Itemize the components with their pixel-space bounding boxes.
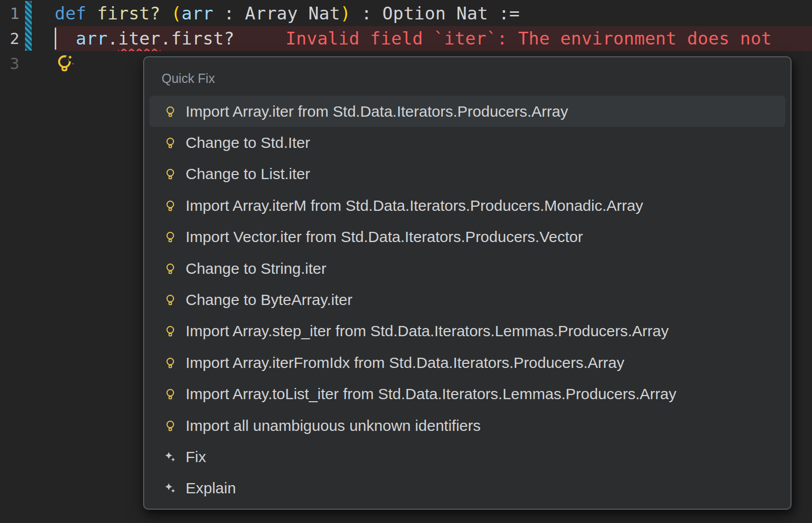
lightbulb-icon [164,419,177,432]
lightbulb-icon [164,356,177,369]
code-line-2[interactable]: arr.iter.first? Invalid field `iter`: Th… [55,26,812,51]
quickfix-item[interactable]: Change to Std.Iter [149,127,785,158]
text-cursor [55,28,56,50]
line-number-3: 3 [0,51,19,76]
quickfix-menu-header: Quick Fix [144,57,791,96]
quickfix-item[interactable]: Import Vector.iter from Std.Data.Iterato… [149,222,785,253]
quickfix-item[interactable]: Import Array.iterM from Std.Data.Iterato… [149,190,785,221]
lightbulb-icon [164,293,177,307]
sparkle-icon [164,450,177,464]
quickfix-item[interactable]: Import Array.step_iter from Std.Data.Ite… [149,316,785,347]
quickfix-item[interactable]: Import Array.iter from Std.Data.Iterator… [149,96,785,127]
line-number-1: 1 [0,1,19,26]
lightbulb-icon [164,136,177,149]
lightbulb-icon [164,230,177,244]
lightbulb-icon [164,167,177,181]
git-modified-indicator[interactable] [25,1,32,51]
quickfix-item[interactable]: Change to ByteArray.iter [149,284,785,315]
inline-error-message: Invalid field `iter`: The environment do… [285,26,772,51]
code-line-1[interactable]: def first? (arr : Array Nat) : Option Na… [55,1,812,26]
lightbulb-icon [164,262,177,275]
lightbulb-icon [164,199,177,212]
quickfix-item[interactable]: Change to List.iter [149,159,785,190]
quickfix-item[interactable]: Import Array.toList_iter from Std.Data.I… [149,379,785,410]
quickfix-item[interactable]: Explain [149,473,785,504]
quickfix-menu: Quick Fix Import Array.iter from Std.Dat… [143,56,792,510]
quickfix-item[interactable]: Fix [149,441,785,472]
lightbulb-icon [164,387,177,401]
quickfix-item[interactable]: Change to String.iter [149,253,785,284]
sparkle-icon [164,482,177,495]
code-line-2-text: arr.iter.first? [55,26,234,51]
lightbulb-icon [164,324,177,338]
quickfix-menu-items: Import Array.iter from Std.Data.Iterator… [144,96,791,504]
quickfix-item[interactable]: Import Array.iterFromIdx from Std.Data.I… [149,347,785,378]
line-number-2: 2 [0,26,19,51]
lightbulb-icon [164,105,177,118]
quickfix-item[interactable]: Import all unambiguous unknown identifie… [149,410,785,441]
